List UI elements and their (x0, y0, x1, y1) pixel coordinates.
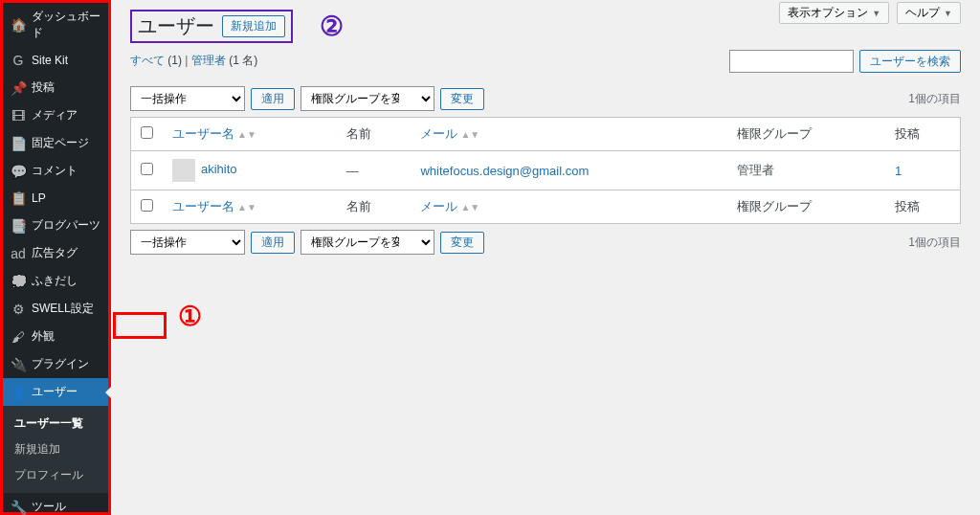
sidebar-item-label: 外観 (32, 328, 55, 345)
filter-admin-link[interactable]: 管理者 (191, 54, 226, 67)
sidebar-item-appearance[interactable]: 🖌外観 (3, 323, 108, 350)
search-button[interactable]: ユーザーを検索 (859, 50, 961, 73)
sidebar-item-users[interactable]: 👤ユーザー (3, 378, 108, 406)
speech-icon: 💭 (11, 274, 26, 289)
bulk-actions-bottom: 一括操作 適用 権限グループを変更... 変更 1個の項目 (130, 224, 961, 260)
sidebar-item-label: ユーザー (32, 384, 78, 400)
role-change-select-bottom[interactable]: 権限グループを変更... (301, 230, 434, 255)
swell-icon: ⚙ (11, 302, 26, 317)
sidebar-item-fukidashi[interactable]: 💭ふきだし (3, 267, 108, 295)
sidebar-item-label: ツール (32, 499, 66, 515)
comment-icon: 💬 (11, 164, 26, 179)
sort-icon: ▲▼ (237, 202, 256, 213)
role-change-select[interactable]: 権限グループを変更... (301, 86, 434, 111)
column-role: 権限グループ (727, 118, 885, 151)
filter-admin-count: (1 名) (229, 54, 257, 67)
sort-icon: ▲▼ (460, 129, 479, 140)
column-posts-foot: 投稿 (885, 190, 960, 224)
bulk-action-select[interactable]: 一括操作 (130, 86, 245, 111)
search-input[interactable] (729, 50, 854, 73)
sidebar-item-label: 投稿 (32, 79, 55, 96)
sidebar-item-tools[interactable]: 🔧ツール (3, 493, 108, 515)
chevron-down-icon: ▼ (872, 9, 880, 18)
sidebar-item-label: 広告タグ (32, 245, 78, 261)
sidebar-subitem-allusers[interactable]: ユーザー一覧 (3, 411, 108, 437)
sidebar-item-label: ダッシュボード (32, 9, 100, 41)
sidebar-item-dashboard[interactable]: 🏠ダッシュボード (3, 3, 108, 47)
sidebar-item-media[interactable]: 🎞メディア (3, 101, 108, 129)
sidebar-item-label: Site Kit (32, 54, 68, 67)
main-content: 表示オプション ▼ ヘルプ ▼ ユーザー 新規追加 ② すべて (1) | 管理… (111, 0, 980, 515)
sidebar-item-swell[interactable]: ⚙SWELL設定 (3, 295, 108, 323)
blogparts-icon: 📑 (11, 218, 26, 234)
avatar (172, 159, 195, 182)
pin-icon: 📌 (11, 80, 26, 96)
page-icon: 📄 (11, 136, 26, 151)
bulk-actions-top: 一括操作 適用 権限グループを変更... 変更 1個の項目 (130, 80, 961, 117)
help-button[interactable]: ヘルプ ▼ (897, 2, 961, 24)
admin-sidebar: 🏠ダッシュボード GSite Kit 📌投稿 🎞メディア 📄固定ページ 💬コメン… (0, 0, 111, 515)
column-role-foot: 権限グループ (727, 190, 885, 224)
user-icon: 👤 (11, 385, 26, 400)
annotation-one: ① (178, 301, 202, 332)
sidebar-item-comments[interactable]: 💬コメント (3, 157, 108, 185)
select-all-checkbox-bottom[interactable] (141, 199, 153, 212)
sidebar-subitem-addnew[interactable]: 新規追加 (3, 437, 108, 462)
lp-icon: 📋 (11, 190, 26, 206)
filter-all-link[interactable]: すべて (130, 54, 165, 67)
plugin-icon: 🔌 (11, 357, 26, 372)
brush-icon: 🖌 (11, 329, 26, 345)
posts-link[interactable]: 1 (895, 164, 902, 178)
column-username[interactable]: ユーザー名▲▼ (172, 126, 256, 141)
apply-button[interactable]: 適用 (251, 88, 295, 110)
dashboard-icon: 🏠 (11, 17, 26, 33)
chevron-down-icon: ▼ (944, 9, 952, 18)
annotation-two: ② (320, 11, 344, 42)
table-row: akihito — whitefocus.design@gmail.com 管理… (131, 151, 961, 190)
filter-all-count: (1) (167, 54, 182, 67)
email-link[interactable]: whitefocus.design@gmail.com (420, 164, 589, 178)
table-header-row: ユーザー名▲▼ 名前 メール▲▼ 権限グループ 投稿 (131, 118, 961, 151)
item-count: 1個の項目 (908, 91, 961, 107)
sidebar-item-pages[interactable]: 📄固定ページ (3, 129, 108, 157)
sidebar-item-lp[interactable]: 📋LP (3, 185, 108, 212)
item-count-bottom: 1個の項目 (908, 235, 961, 251)
annotation-one-box (113, 312, 167, 339)
sidebar-item-label: SWELL設定 (32, 301, 94, 317)
column-email-foot[interactable]: メール▲▼ (420, 199, 479, 213)
sidebar-item-adtag[interactable]: ad広告タグ (3, 239, 108, 267)
sidebar-item-label: メディア (32, 107, 78, 123)
change-role-button-bottom[interactable]: 変更 (440, 232, 484, 254)
media-icon: 🎞 (11, 108, 26, 123)
change-role-button[interactable]: 変更 (440, 88, 484, 110)
bulk-action-select-bottom[interactable]: 一括操作 (130, 230, 245, 255)
sitekit-icon: G (11, 53, 26, 68)
column-name-foot: 名前 (337, 190, 412, 224)
column-username-foot[interactable]: ユーザー名▲▼ (172, 199, 256, 213)
column-posts: 投稿 (885, 118, 960, 151)
row-checkbox[interactable] (141, 163, 153, 175)
username-link[interactable]: akihito (201, 162, 237, 176)
sort-icon: ▲▼ (237, 129, 256, 140)
apply-button-bottom[interactable]: 適用 (251, 232, 295, 254)
display-options-button[interactable]: 表示オプション ▼ (779, 2, 889, 24)
column-email[interactable]: メール▲▼ (420, 126, 479, 141)
column-name: 名前 (337, 118, 412, 151)
ad-icon: ad (11, 246, 26, 261)
sidebar-item-posts[interactable]: 📌投稿 (3, 74, 108, 101)
sidebar-item-label: 固定ページ (32, 135, 89, 151)
sidebar-item-plugins[interactable]: 🔌プラグイン (3, 350, 108, 378)
select-all-checkbox[interactable] (141, 126, 153, 139)
sidebar-item-blogparts[interactable]: 📑ブログパーツ (3, 212, 108, 239)
sidebar-subitem-profile[interactable]: プロフィール (3, 462, 108, 488)
cell-name: — (337, 151, 412, 190)
add-new-user-button[interactable]: 新規追加 (222, 15, 285, 37)
sidebar-item-label: LP (32, 191, 46, 205)
top-bar: 表示オプション ▼ ヘルプ ▼ (779, 2, 961, 24)
sidebar-item-label: ふきだし (32, 273, 78, 289)
sidebar-item-sitekit[interactable]: GSite Kit (3, 47, 108, 74)
wrench-icon: 🔧 (11, 500, 26, 515)
cell-role: 管理者 (727, 151, 885, 190)
sidebar-item-label: プラグイン (32, 356, 89, 372)
sort-icon: ▲▼ (460, 202, 479, 213)
